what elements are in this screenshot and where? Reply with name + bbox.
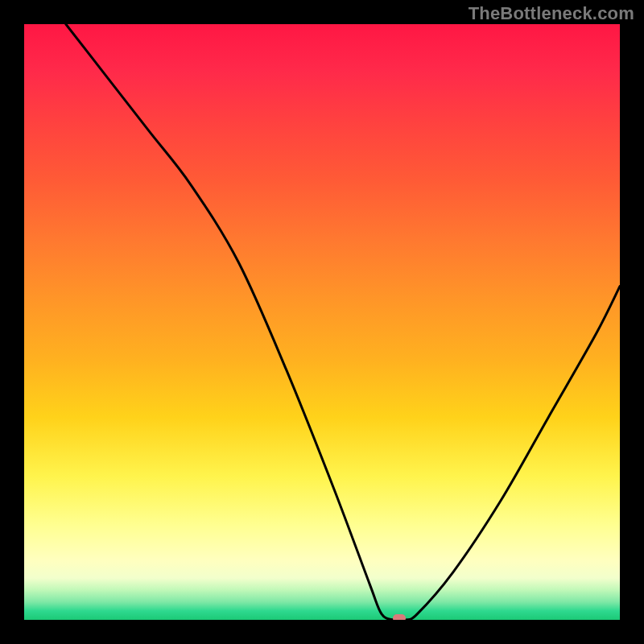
plot-area [24, 24, 620, 620]
chart-container: TheBottleneck.com [0, 0, 644, 644]
optimal-point-marker [393, 614, 406, 620]
bottleneck-curve [24, 24, 620, 620]
watermark-label: TheBottleneck.com [469, 3, 634, 24]
